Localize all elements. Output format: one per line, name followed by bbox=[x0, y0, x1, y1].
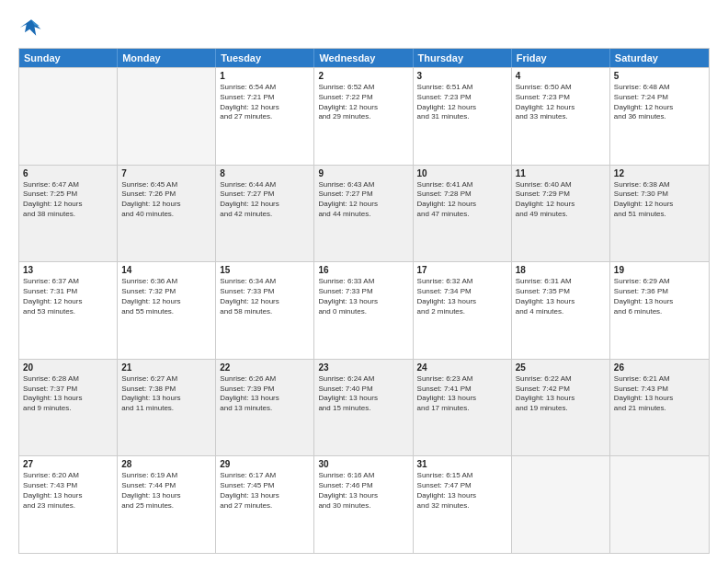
table-row: 9Sunrise: 6:43 AM Sunset: 7:27 PM Daylig… bbox=[314, 166, 413, 262]
table-row: 22Sunrise: 6:26 AM Sunset: 7:39 PM Dayli… bbox=[216, 360, 314, 456]
table-row: 16Sunrise: 6:33 AM Sunset: 7:33 PM Dayli… bbox=[314, 262, 413, 359]
day-number: 11 bbox=[516, 168, 606, 178]
day-number: 7 bbox=[121, 168, 211, 178]
cell-detail: Sunrise: 6:34 AM Sunset: 7:33 PM Dayligh… bbox=[220, 277, 310, 316]
day-number: 8 bbox=[220, 168, 310, 178]
table-row: 15Sunrise: 6:34 AM Sunset: 7:33 PM Dayli… bbox=[216, 262, 314, 359]
day-number: 21 bbox=[121, 362, 211, 373]
table-row bbox=[118, 68, 216, 165]
cell-detail: Sunrise: 6:47 AM Sunset: 7:25 PM Dayligh… bbox=[23, 180, 113, 220]
cell-detail: Sunrise: 6:44 AM Sunset: 7:27 PM Dayligh… bbox=[220, 180, 310, 220]
logo-bird-icon bbox=[18, 15, 44, 40]
day-number: 31 bbox=[417, 459, 507, 469]
day-number: 5 bbox=[614, 71, 705, 81]
table-row: 28Sunrise: 6:19 AM Sunset: 7:44 PM Dayli… bbox=[118, 456, 216, 553]
calendar-row: 27Sunrise: 6:20 AM Sunset: 7:43 PM Dayli… bbox=[19, 455, 709, 553]
cell-detail: Sunrise: 6:40 AM Sunset: 7:29 PM Dayligh… bbox=[516, 180, 606, 220]
table-row bbox=[512, 456, 610, 553]
table-row: 25Sunrise: 6:22 AM Sunset: 7:42 PM Dayli… bbox=[512, 360, 610, 456]
table-row: 24Sunrise: 6:23 AM Sunset: 7:41 PM Dayli… bbox=[414, 360, 512, 456]
cell-detail: Sunrise: 6:24 AM Sunset: 7:40 PM Dayligh… bbox=[318, 374, 408, 414]
table-row bbox=[19, 68, 118, 165]
table-row: 29Sunrise: 6:17 AM Sunset: 7:45 PM Dayli… bbox=[216, 456, 314, 553]
day-number: 18 bbox=[516, 265, 606, 275]
day-number: 3 bbox=[417, 71, 507, 81]
table-row: 31Sunrise: 6:15 AM Sunset: 7:47 PM Dayli… bbox=[414, 456, 512, 553]
table-row: 19Sunrise: 6:29 AM Sunset: 7:36 PM Dayli… bbox=[610, 262, 709, 359]
cell-detail: Sunrise: 6:17 AM Sunset: 7:45 PM Dayligh… bbox=[220, 471, 310, 511]
day-number: 9 bbox=[318, 168, 408, 178]
table-row: 11Sunrise: 6:40 AM Sunset: 7:29 PM Dayli… bbox=[512, 166, 610, 262]
cell-detail: Sunrise: 6:43 AM Sunset: 7:27 PM Dayligh… bbox=[318, 180, 408, 220]
table-row: 7Sunrise: 6:45 AM Sunset: 7:26 PM Daylig… bbox=[118, 166, 216, 262]
calendar-header-cell: Wednesday bbox=[314, 49, 413, 67]
cell-detail: Sunrise: 6:36 AM Sunset: 7:32 PM Dayligh… bbox=[121, 277, 211, 316]
table-row bbox=[610, 456, 709, 553]
day-number: 19 bbox=[614, 265, 705, 275]
calendar-header-cell: Tuesday bbox=[216, 49, 314, 67]
cell-detail: Sunrise: 6:27 AM Sunset: 7:38 PM Dayligh… bbox=[121, 374, 211, 414]
table-row: 30Sunrise: 6:16 AM Sunset: 7:46 PM Dayli… bbox=[314, 456, 413, 553]
cell-detail: Sunrise: 6:32 AM Sunset: 7:34 PM Dayligh… bbox=[417, 277, 507, 316]
table-row: 14Sunrise: 6:36 AM Sunset: 7:32 PM Dayli… bbox=[118, 262, 216, 359]
cell-detail: Sunrise: 6:16 AM Sunset: 7:46 PM Dayligh… bbox=[318, 471, 408, 511]
table-row: 5Sunrise: 6:48 AM Sunset: 7:24 PM Daylig… bbox=[610, 68, 709, 165]
cell-detail: Sunrise: 6:50 AM Sunset: 7:23 PM Dayligh… bbox=[516, 83, 606, 122]
day-number: 20 bbox=[23, 362, 113, 373]
day-number: 16 bbox=[318, 265, 408, 275]
cell-detail: Sunrise: 6:15 AM Sunset: 7:47 PM Dayligh… bbox=[417, 471, 507, 511]
day-number: 4 bbox=[516, 71, 606, 81]
calendar-body: 1Sunrise: 6:54 AM Sunset: 7:21 PM Daylig… bbox=[19, 67, 709, 553]
day-number: 25 bbox=[516, 362, 606, 373]
cell-detail: Sunrise: 6:33 AM Sunset: 7:33 PM Dayligh… bbox=[318, 277, 408, 316]
day-number: 27 bbox=[23, 459, 113, 469]
table-row: 26Sunrise: 6:21 AM Sunset: 7:43 PM Dayli… bbox=[610, 360, 709, 456]
cell-detail: Sunrise: 6:54 AM Sunset: 7:21 PM Dayligh… bbox=[220, 83, 310, 122]
cell-detail: Sunrise: 6:37 AM Sunset: 7:31 PM Dayligh… bbox=[23, 277, 113, 316]
day-number: 30 bbox=[318, 459, 408, 469]
cell-detail: Sunrise: 6:45 AM Sunset: 7:26 PM Dayligh… bbox=[121, 180, 211, 220]
day-number: 14 bbox=[121, 265, 211, 275]
calendar-header-row: SundayMondayTuesdayWednesdayThursdayFrid… bbox=[19, 49, 709, 67]
table-row: 1Sunrise: 6:54 AM Sunset: 7:21 PM Daylig… bbox=[216, 68, 314, 165]
day-number: 22 bbox=[220, 362, 310, 373]
day-number: 17 bbox=[417, 265, 507, 275]
calendar-header-cell: Friday bbox=[512, 49, 610, 67]
calendar-row: 6Sunrise: 6:47 AM Sunset: 7:25 PM Daylig… bbox=[19, 165, 709, 262]
cell-detail: Sunrise: 6:21 AM Sunset: 7:43 PM Dayligh… bbox=[614, 374, 705, 414]
table-row: 4Sunrise: 6:50 AM Sunset: 7:23 PM Daylig… bbox=[512, 68, 610, 165]
table-row: 17Sunrise: 6:32 AM Sunset: 7:34 PM Dayli… bbox=[414, 262, 512, 359]
day-number: 15 bbox=[220, 265, 310, 275]
day-number: 26 bbox=[614, 362, 705, 373]
day-number: 29 bbox=[220, 459, 310, 469]
day-number: 2 bbox=[318, 71, 408, 81]
table-row: 23Sunrise: 6:24 AM Sunset: 7:40 PM Dayli… bbox=[314, 360, 413, 456]
table-row: 13Sunrise: 6:37 AM Sunset: 7:31 PM Dayli… bbox=[19, 262, 118, 359]
table-row: 10Sunrise: 6:41 AM Sunset: 7:28 PM Dayli… bbox=[414, 166, 512, 262]
day-number: 23 bbox=[318, 362, 408, 373]
day-number: 6 bbox=[23, 168, 113, 178]
cell-detail: Sunrise: 6:23 AM Sunset: 7:41 PM Dayligh… bbox=[417, 374, 507, 414]
day-number: 10 bbox=[417, 168, 507, 178]
table-row: 2Sunrise: 6:52 AM Sunset: 7:22 PM Daylig… bbox=[314, 68, 413, 165]
table-row: 27Sunrise: 6:20 AM Sunset: 7:43 PM Dayli… bbox=[19, 456, 118, 553]
cell-detail: Sunrise: 6:41 AM Sunset: 7:28 PM Dayligh… bbox=[417, 180, 507, 220]
calendar-row: 13Sunrise: 6:37 AM Sunset: 7:31 PM Dayli… bbox=[19, 261, 709, 359]
cell-detail: Sunrise: 6:38 AM Sunset: 7:30 PM Dayligh… bbox=[614, 180, 705, 220]
calendar-header-cell: Sunday bbox=[19, 49, 118, 67]
svg-marker-0 bbox=[20, 19, 41, 36]
cell-detail: Sunrise: 6:20 AM Sunset: 7:43 PM Dayligh… bbox=[23, 471, 113, 511]
header bbox=[18, 15, 710, 40]
cell-detail: Sunrise: 6:22 AM Sunset: 7:42 PM Dayligh… bbox=[516, 374, 606, 414]
table-row: 21Sunrise: 6:27 AM Sunset: 7:38 PM Dayli… bbox=[118, 360, 216, 456]
day-number: 24 bbox=[417, 362, 507, 373]
cell-detail: Sunrise: 6:26 AM Sunset: 7:39 PM Dayligh… bbox=[220, 374, 310, 414]
cell-detail: Sunrise: 6:48 AM Sunset: 7:24 PM Dayligh… bbox=[614, 83, 705, 122]
page: SundayMondayTuesdayWednesdayThursdayFrid… bbox=[0, 0, 728, 563]
cell-detail: Sunrise: 6:29 AM Sunset: 7:36 PM Dayligh… bbox=[614, 277, 705, 316]
table-row: 18Sunrise: 6:31 AM Sunset: 7:35 PM Dayli… bbox=[512, 262, 610, 359]
cell-detail: Sunrise: 6:31 AM Sunset: 7:35 PM Dayligh… bbox=[516, 277, 606, 316]
calendar-header-cell: Monday bbox=[118, 49, 216, 67]
table-row: 8Sunrise: 6:44 AM Sunset: 7:27 PM Daylig… bbox=[216, 166, 314, 262]
cell-detail: Sunrise: 6:51 AM Sunset: 7:23 PM Dayligh… bbox=[417, 83, 507, 122]
